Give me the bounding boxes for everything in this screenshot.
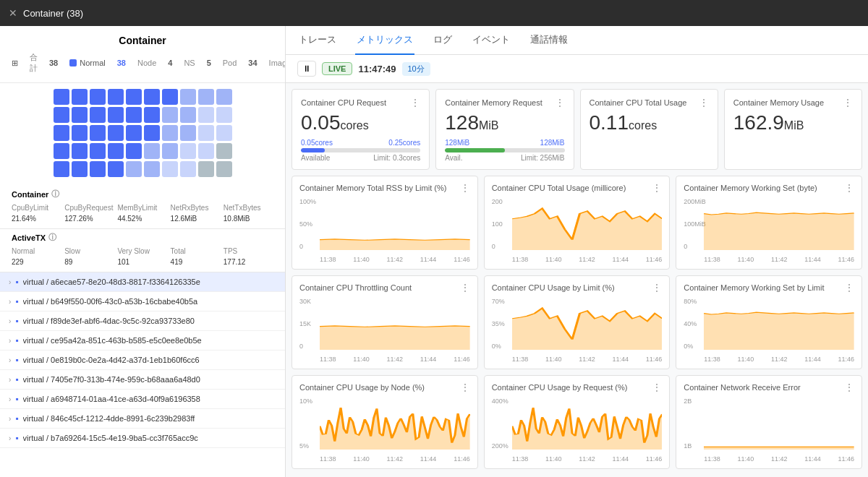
cube-icon: ▪ (15, 413, 18, 424)
item-name: virtual / a6948714-01aa-41ce-a63d-40f9a6… (23, 395, 200, 403)
tab-イベント[interactable]: イベント (471, 26, 511, 55)
chart-row-1: Container CPU Throttling Count ⋮ 30K15K0… (292, 275, 862, 369)
tab-トレース[interactable]: トレース (297, 26, 338, 55)
x-label: 11:42 (579, 256, 595, 263)
metrics-scroll[interactable]: Container CPU Request ⋮ 0.05cores 0.05co… (286, 83, 868, 477)
main-layout: Container ⊞ 合計 38 Normal 38 Node 4 NS 5 … (0, 26, 868, 477)
card-title: Container CPU Request ⋮ (301, 97, 420, 108)
tab-ログ[interactable]: ログ (432, 26, 454, 55)
sub-right: Limit: 256MiB (521, 154, 565, 162)
virtual-list: › ▪ virtual / a6ecae57-8e20-48d3-8817-f3… (0, 272, 285, 477)
x-label: 11:44 (804, 256, 821, 263)
atx-tps-label: TPS (224, 247, 273, 255)
left-panel: Container ⊞ 合計 38 Normal 38 Node 4 NS 5 … (0, 26, 286, 477)
list-item[interactable]: › ▪ virtual / a6ecae57-8e20-48d3-8817-f3… (0, 272, 285, 292)
treemap-cell (198, 107, 214, 123)
chart-more-icon[interactable]: ⋮ (460, 382, 470, 393)
tabs-bar: トレースメトリックスログイベント通話情報 (286, 26, 868, 55)
treemap-cell (180, 89, 196, 105)
chart-more-icon[interactable]: ⋮ (652, 382, 662, 393)
chart-more-icon[interactable]: ⋮ (460, 182, 470, 194)
progress-fill (445, 148, 505, 152)
progress-track (445, 148, 564, 152)
tab-通話情報[interactable]: 通話情報 (529, 26, 569, 55)
list-item[interactable]: › ▪ virtual / 846c45cf-1212-4dde-8991-6c… (0, 409, 285, 429)
chevron-right-icon: › (9, 317, 11, 325)
stats-title: Container ⓘ (12, 189, 273, 199)
chart-y-labels: 10%5% (299, 398, 320, 450)
more-icon[interactable]: ⋮ (410, 97, 420, 108)
item-name: virtual / b7a69264-15c5-4e19-9ba5-cc3f76… (23, 434, 198, 442)
chart-area: 200MiB100MiB0 11:3811:4011:4211:4411:46 (684, 198, 854, 263)
treemap-cell (162, 161, 178, 177)
list-item[interactable]: › ▪ virtual / a6948714-01aa-41ce-a63d-40… (0, 390, 285, 409)
x-label: 11:44 (613, 256, 629, 263)
progress-container: 128MiB 128MiB Avail. Limit: 256MiB (445, 139, 564, 162)
list-item[interactable]: › ▪ virtual / 0e819b0c-0e2a-4d42-a37d-1e… (0, 351, 285, 370)
close-icon[interactable]: ✕ (9, 7, 17, 19)
x-label: 11:44 (613, 455, 629, 463)
y-label: 5% (299, 442, 320, 450)
more-icon[interactable]: ⋮ (699, 97, 709, 108)
progress-sub: Available Limit: 0.3cores (301, 154, 420, 162)
stat-val-mem-limit: 44.52% (117, 215, 167, 223)
progress-label-left: 0.05cores (301, 139, 333, 147)
progress-track (301, 148, 420, 152)
card-title: Container Memory Usage ⋮ (733, 97, 853, 108)
treemap-cell (216, 125, 232, 141)
chevron-right-icon: › (9, 278, 11, 286)
y-label: 100% (299, 198, 320, 205)
list-item[interactable]: › ▪ virtual / 7405e7f0-313b-474e-959c-b6… (0, 370, 285, 390)
treemap-cell (54, 107, 69, 123)
list-item[interactable]: › ▪ virtual / b7a69264-15c5-4e19-9ba5-cc… (0, 429, 285, 448)
treemap-cell (54, 161, 69, 177)
x-label: 11:46 (838, 356, 854, 363)
treemap-cell (108, 107, 124, 123)
x-label: 11:38 (320, 256, 336, 263)
x-label: 11:42 (579, 356, 595, 363)
container-title: Container (12, 35, 273, 46)
x-label: 11:42 (387, 256, 404, 263)
chart-more-icon[interactable]: ⋮ (460, 282, 470, 293)
x-label: 11:46 (454, 256, 470, 263)
normal-badge: Normal (69, 59, 105, 67)
x-label: 11:46 (646, 256, 663, 263)
chart-title-text: Container Memory Working Set (byte) (684, 184, 817, 192)
duration-badge[interactable]: 10分 (402, 62, 430, 76)
chart-more-icon[interactable]: ⋮ (652, 282, 662, 293)
chevron-right-icon: › (9, 415, 11, 423)
y-label: 2B (684, 398, 704, 405)
node-value: 4 (168, 59, 172, 67)
chart-card-1-1: Container CPU Usage by Limit (%) ⋮ 70%35… (484, 275, 671, 369)
treemap-cell (198, 89, 214, 105)
chevron-right-icon: › (9, 356, 11, 364)
pause-button[interactable]: ⏸ (297, 61, 316, 77)
chart-more-icon[interactable]: ⋮ (844, 382, 854, 393)
x-label: 11:44 (420, 256, 437, 263)
chart-more-icon[interactable]: ⋮ (652, 182, 662, 194)
more-icon[interactable]: ⋮ (843, 97, 853, 108)
tab-メトリックス[interactable]: メトリックス (355, 26, 414, 55)
x-label: 11:46 (838, 256, 854, 263)
more-icon[interactable]: ⋮ (555, 97, 565, 108)
list-item[interactable]: › ▪ virtual / f89de3ef-abf6-4dac-9c5c-92… (0, 311, 285, 331)
treemap-cell (216, 107, 232, 123)
x-label: 11:44 (420, 455, 437, 463)
ns-value: 5 (207, 59, 211, 67)
cube-icon: ▪ (15, 316, 18, 326)
x-label: 11:46 (646, 455, 663, 463)
chart-title-text: Container CPU Total Usage (millicore) (492, 184, 626, 192)
chart-x-labels: 11:3811:4011:4211:4411:46 (704, 455, 854, 463)
chart-title-text: Container Memory Working Set by Limit (684, 283, 824, 292)
chart-area: 2B1B 11:3811:4011:4211:4411:46 (684, 398, 854, 463)
chart-card-2-2: Container Network Receive Error ⋮ 2B1B 1… (676, 375, 862, 469)
chart-area: 70%35%0% 11:3811:4011:4211:4411:46 (492, 298, 663, 363)
treemap-cell (108, 161, 124, 177)
chart-svg (512, 198, 663, 250)
chevron-right-icon: › (9, 337, 11, 345)
chart-more-icon[interactable]: ⋮ (844, 182, 854, 194)
list-item[interactable]: › ▪ virtual / ce95a42a-851c-463b-b585-e5… (0, 331, 285, 351)
list-item[interactable]: › ▪ virtual / b649f550-00f6-43c0-a53b-16… (0, 292, 285, 311)
chart-more-icon[interactable]: ⋮ (844, 282, 854, 293)
normal-label: Normal (80, 59, 105, 67)
